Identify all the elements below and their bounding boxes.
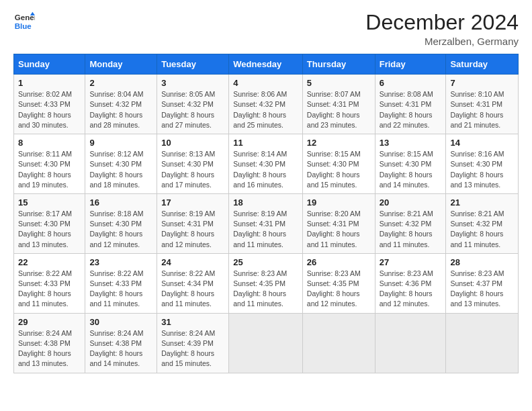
day-number: 9 xyxy=(89,138,152,148)
day-cell: 13 Sunrise: 8:15 AM Sunset: 4:30 PM Dayl… xyxy=(375,134,446,194)
weekday-header-monday: Monday xyxy=(85,54,157,75)
day-cell: 4 Sunrise: 8:06 AM Sunset: 4:32 PM Dayli… xyxy=(229,75,303,134)
day-info: Sunrise: 8:19 AM Sunset: 4:31 PM Dayligh… xyxy=(233,209,298,250)
day-cell: 10 Sunrise: 8:13 AM Sunset: 4:30 PM Dayl… xyxy=(157,134,229,194)
day-number: 25 xyxy=(233,257,298,267)
day-info: Sunrise: 8:06 AM Sunset: 4:32 PM Dayligh… xyxy=(233,89,298,130)
month-title: December 2024 xyxy=(365,11,519,34)
day-cell: 5 Sunrise: 8:07 AM Sunset: 4:31 PM Dayli… xyxy=(302,75,375,134)
logo-icon: General Blue xyxy=(13,11,35,32)
day-number: 28 xyxy=(450,257,514,267)
day-number: 7 xyxy=(450,78,514,88)
day-info: Sunrise: 8:10 AM Sunset: 4:31 PM Dayligh… xyxy=(450,89,514,130)
day-info: Sunrise: 8:22 AM Sunset: 4:33 PM Dayligh… xyxy=(18,269,81,310)
day-info: Sunrise: 8:02 AM Sunset: 4:33 PM Dayligh… xyxy=(18,89,81,130)
day-number: 26 xyxy=(307,257,371,267)
day-info: Sunrise: 8:24 AM Sunset: 4:38 PM Dayligh… xyxy=(18,328,81,369)
day-number: 31 xyxy=(161,317,224,327)
day-number: 15 xyxy=(18,197,81,208)
day-number: 14 xyxy=(450,138,514,148)
day-info: Sunrise: 8:08 AM Sunset: 4:31 PM Dayligh… xyxy=(380,89,442,130)
day-number: 3 xyxy=(161,78,224,88)
weekday-header-tuesday: Tuesday xyxy=(157,54,229,75)
day-cell: 2 Sunrise: 8:04 AM Sunset: 4:32 PM Dayli… xyxy=(85,75,157,134)
day-cell: 14 Sunrise: 8:16 AM Sunset: 4:30 PM Dayl… xyxy=(446,134,519,194)
day-cell: 31 Sunrise: 8:24 AM Sunset: 4:39 PM Dayl… xyxy=(157,313,229,373)
day-cell: 16 Sunrise: 8:18 AM Sunset: 4:30 PM Dayl… xyxy=(85,193,157,253)
day-cell: 23 Sunrise: 8:22 AM Sunset: 4:33 PM Dayl… xyxy=(85,253,157,313)
day-cell: 27 Sunrise: 8:23 AM Sunset: 4:36 PM Dayl… xyxy=(375,253,446,313)
day-cell: 9 Sunrise: 8:12 AM Sunset: 4:30 PM Dayli… xyxy=(85,134,157,194)
day-info: Sunrise: 8:21 AM Sunset: 4:32 PM Dayligh… xyxy=(450,209,514,250)
day-number: 5 xyxy=(307,78,371,88)
day-number: 12 xyxy=(307,138,371,148)
day-number: 17 xyxy=(161,197,224,208)
day-info: Sunrise: 8:11 AM Sunset: 4:30 PM Dayligh… xyxy=(18,149,81,190)
day-cell: 18 Sunrise: 8:19 AM Sunset: 4:31 PM Dayl… xyxy=(229,193,303,253)
calendar-table: SundayMondayTuesdayWednesdayThursdayFrid… xyxy=(13,54,519,373)
day-number: 24 xyxy=(161,257,224,267)
day-number: 30 xyxy=(89,317,152,327)
day-number: 2 xyxy=(89,78,152,88)
day-info: Sunrise: 8:24 AM Sunset: 4:38 PM Dayligh… xyxy=(89,328,152,369)
title-block: December 2024 Merzalben, Germany xyxy=(365,11,519,47)
day-info: Sunrise: 8:07 AM Sunset: 4:31 PM Dayligh… xyxy=(307,89,371,130)
day-info: Sunrise: 8:19 AM Sunset: 4:31 PM Dayligh… xyxy=(161,209,224,250)
week-row-3: 15 Sunrise: 8:17 AM Sunset: 4:30 PM Dayl… xyxy=(14,193,519,253)
weekday-header-friday: Friday xyxy=(375,54,446,75)
day-cell: 28 Sunrise: 8:23 AM Sunset: 4:37 PM Dayl… xyxy=(446,253,519,313)
week-row-2: 8 Sunrise: 8:11 AM Sunset: 4:30 PM Dayli… xyxy=(14,134,519,194)
day-cell xyxy=(229,313,303,373)
day-cell: 15 Sunrise: 8:17 AM Sunset: 4:30 PM Dayl… xyxy=(14,193,85,253)
day-cell: 25 Sunrise: 8:23 AM Sunset: 4:35 PM Dayl… xyxy=(229,253,303,313)
day-number: 20 xyxy=(380,197,442,208)
day-info: Sunrise: 8:13 AM Sunset: 4:30 PM Dayligh… xyxy=(161,149,224,190)
day-cell: 26 Sunrise: 8:23 AM Sunset: 4:35 PM Dayl… xyxy=(302,253,375,313)
day-info: Sunrise: 8:15 AM Sunset: 4:30 PM Dayligh… xyxy=(380,149,442,190)
day-cell: 24 Sunrise: 8:22 AM Sunset: 4:34 PM Dayl… xyxy=(157,253,229,313)
day-cell: 22 Sunrise: 8:22 AM Sunset: 4:33 PM Dayl… xyxy=(14,253,85,313)
day-cell: 20 Sunrise: 8:21 AM Sunset: 4:32 PM Dayl… xyxy=(375,193,446,253)
day-info: Sunrise: 8:17 AM Sunset: 4:30 PM Dayligh… xyxy=(18,209,81,250)
day-number: 4 xyxy=(233,78,298,88)
day-number: 29 xyxy=(18,317,81,327)
day-info: Sunrise: 8:04 AM Sunset: 4:32 PM Dayligh… xyxy=(89,89,152,130)
day-number: 16 xyxy=(89,197,152,208)
day-number: 22 xyxy=(18,257,81,267)
day-number: 1 xyxy=(18,78,81,88)
day-number: 13 xyxy=(380,138,442,148)
day-cell: 7 Sunrise: 8:10 AM Sunset: 4:31 PM Dayli… xyxy=(446,75,519,134)
week-row-5: 29 Sunrise: 8:24 AM Sunset: 4:38 PM Dayl… xyxy=(14,313,519,373)
day-info: Sunrise: 8:21 AM Sunset: 4:32 PM Dayligh… xyxy=(380,209,442,250)
day-cell: 8 Sunrise: 8:11 AM Sunset: 4:30 PM Dayli… xyxy=(14,134,85,194)
weekday-header-sunday: Sunday xyxy=(14,54,85,75)
day-number: 18 xyxy=(233,197,298,208)
day-cell: 12 Sunrise: 8:15 AM Sunset: 4:30 PM Dayl… xyxy=(302,134,375,194)
weekday-header-saturday: Saturday xyxy=(446,54,519,75)
day-number: 27 xyxy=(380,257,442,267)
page-header: General Blue December 2024 Merzalben, Ge… xyxy=(13,11,519,47)
day-number: 11 xyxy=(233,138,298,148)
day-info: Sunrise: 8:23 AM Sunset: 4:35 PM Dayligh… xyxy=(307,269,371,310)
day-cell: 11 Sunrise: 8:14 AM Sunset: 4:30 PM Dayl… xyxy=(229,134,303,194)
day-cell: 1 Sunrise: 8:02 AM Sunset: 4:33 PM Dayli… xyxy=(14,75,85,134)
day-number: 21 xyxy=(450,197,514,208)
day-info: Sunrise: 8:22 AM Sunset: 4:33 PM Dayligh… xyxy=(89,269,152,310)
day-cell: 19 Sunrise: 8:20 AM Sunset: 4:31 PM Dayl… xyxy=(302,193,375,253)
location: Merzalben, Germany xyxy=(365,36,519,47)
weekday-header-wednesday: Wednesday xyxy=(229,54,303,75)
weekday-header-row: SundayMondayTuesdayWednesdayThursdayFrid… xyxy=(14,54,519,75)
week-row-1: 1 Sunrise: 8:02 AM Sunset: 4:33 PM Dayli… xyxy=(14,75,519,134)
day-info: Sunrise: 8:23 AM Sunset: 4:36 PM Dayligh… xyxy=(380,269,442,310)
day-info: Sunrise: 8:05 AM Sunset: 4:32 PM Dayligh… xyxy=(161,89,224,130)
day-cell: 17 Sunrise: 8:19 AM Sunset: 4:31 PM Dayl… xyxy=(157,193,229,253)
day-cell xyxy=(446,313,519,373)
day-number: 8 xyxy=(18,138,81,148)
day-info: Sunrise: 8:18 AM Sunset: 4:30 PM Dayligh… xyxy=(89,209,152,250)
day-cell: 21 Sunrise: 8:21 AM Sunset: 4:32 PM Dayl… xyxy=(446,193,519,253)
day-info: Sunrise: 8:12 AM Sunset: 4:30 PM Dayligh… xyxy=(89,149,152,190)
day-cell xyxy=(375,313,446,373)
svg-text:Blue: Blue xyxy=(15,22,32,30)
day-number: 6 xyxy=(380,78,442,88)
day-info: Sunrise: 8:24 AM Sunset: 4:39 PM Dayligh… xyxy=(161,328,224,369)
